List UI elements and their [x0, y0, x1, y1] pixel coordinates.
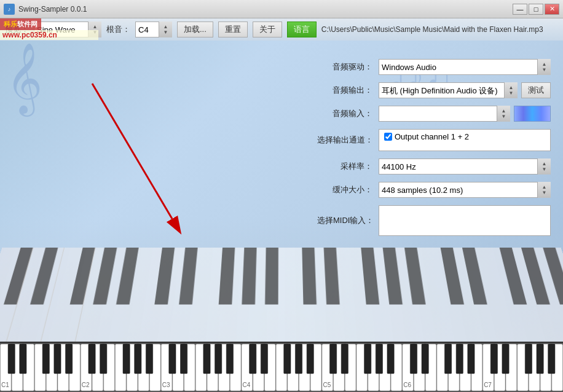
app-title: Swing-Sampler 0.0.1: [18, 5, 87, 14]
svg-rect-106: [456, 344, 463, 374]
svg-rect-89: [180, 344, 187, 374]
settings-panel: 音频驱动： Windows Audio ▲▼ 音频输出： 耳机 (High De…: [317, 59, 551, 243]
svg-rect-90: [203, 344, 210, 374]
svg-rect-84: [100, 344, 107, 374]
audio-input-row: 音频输入： ▲▼: [317, 106, 551, 122]
svg-rect-112: [548, 344, 555, 374]
piano-bottom: C1C2C3C4C5C6C7: [0, 342, 563, 392]
output-channel-box: Output channel 1 + 2: [379, 129, 551, 151]
svg-rect-88: [169, 344, 176, 374]
audio-input-label: 音频输入：: [317, 108, 379, 119]
svg-rect-111: [537, 344, 543, 374]
midi-input-row: 选择MIDI输入：: [317, 205, 551, 236]
svg-rect-101: [376, 344, 382, 374]
audio-input-select[interactable]: [379, 106, 510, 122]
midi-input-label: 选择MIDI输入：: [317, 215, 379, 226]
svg-rect-103: [410, 344, 417, 374]
buffer-size-select[interactable]: 448 samples (10.2 ms): [379, 182, 551, 198]
window-controls: — □ ✕: [513, 4, 559, 15]
preview-label: 预览：: [5, 24, 29, 35]
root-select[interactable]: C4: [135, 22, 172, 37]
svg-rect-80: [42, 344, 49, 374]
svg-rect-78: [8, 344, 15, 374]
svg-rect-97: [307, 344, 313, 374]
svg-rect-107: [468, 344, 474, 374]
svg-rect-79: [20, 344, 26, 374]
svg-rect-11: [302, 248, 317, 305]
close-button[interactable]: ✕: [545, 4, 559, 15]
svg-rect-110: [525, 344, 532, 374]
minimize-button[interactable]: —: [513, 4, 527, 15]
output-channel-checkbox[interactable]: [384, 133, 392, 141]
sample-rate-label: 采样率：: [317, 161, 379, 172]
svg-rect-99: [341, 344, 348, 374]
sample-rate-select[interactable]: 44100 Hz: [379, 159, 551, 174]
svg-rect-98: [330, 344, 337, 374]
title-bar: ♪ Swing-Sampler 0.0.1 — □ ✕: [0, 0, 563, 18]
svg-rect-95: [284, 344, 291, 374]
buffer-size-row: 缓冲大小： 448 samples (10.2 ms) ▲▼: [317, 182, 551, 198]
svg-rect-87: [146, 344, 152, 374]
svg-rect-108: [490, 344, 497, 374]
about-button[interactable]: 关于: [253, 22, 282, 37]
file-path: C:\Users\Public\Music\Sample Music\Maid …: [321, 25, 543, 34]
svg-rect-82: [66, 344, 73, 374]
audio-output-row: 音频输出： 耳机 (High Definition Audio 设备) ▲▼ 测…: [317, 82, 551, 98]
app-icon: ♪: [4, 4, 15, 15]
svg-rect-9: [242, 248, 256, 305]
main-area: 𝄞 ♩♪♫: [0, 41, 563, 392]
svg-rect-109: [502, 344, 509, 374]
svg-rect-86: [135, 344, 141, 374]
svg-rect-85: [123, 344, 130, 374]
maximize-button[interactable]: □: [529, 4, 543, 15]
toolbar: 预览： Sine Wave ▲▼ 根音： C4 ▲▼ 加载... 重置 关于 语…: [0, 18, 563, 41]
language-button[interactable]: 语言: [287, 22, 317, 37]
audio-driver-label: 音频驱动：: [317, 61, 379, 73]
test-button[interactable]: 测试: [521, 82, 551, 98]
audio-output-select[interactable]: 耳机 (High Definition Audio 设备): [379, 82, 518, 98]
svg-rect-93: [250, 344, 256, 374]
output-channel-row: 选择输出通道： Output channel 1 + 2: [317, 129, 551, 151]
svg-rect-104: [422, 344, 428, 374]
audio-driver-row: 音频驱动： Windows Audio ▲▼: [317, 59, 551, 75]
audio-input-colored-button[interactable]: [514, 106, 551, 122]
output-channel-checkbox-row: Output channel 1 + 2: [384, 132, 545, 141]
svg-rect-96: [295, 344, 302, 374]
svg-rect-100: [364, 344, 371, 374]
audio-output-label: 音频输出：: [317, 85, 379, 96]
svg-rect-94: [261, 344, 267, 374]
output-channel-value: Output channel 1 + 2: [395, 132, 469, 141]
svg-rect-105: [444, 344, 451, 374]
svg-rect-92: [226, 344, 233, 374]
svg-rect-81: [54, 344, 61, 374]
svg-rect-91: [215, 344, 222, 374]
svg-rect-102: [387, 344, 394, 374]
midi-input-box: [379, 205, 551, 236]
root-label: 根音：: [106, 24, 130, 35]
load-button[interactable]: 加载...: [177, 22, 213, 37]
output-channel-label: 选择输出通道：: [317, 135, 379, 146]
audio-driver-select[interactable]: Windows Audio: [379, 59, 551, 75]
svg-rect-83: [89, 344, 95, 374]
buffer-size-label: 缓冲大小：: [317, 184, 379, 195]
treble-clef-icon: 𝄞: [6, 47, 42, 108]
reset-button[interactable]: 重置: [218, 22, 248, 37]
sample-rate-row: 采样率： 44100 Hz ▲▼: [317, 159, 551, 174]
svg-rect-10: [265, 248, 278, 305]
preview-select[interactable]: Sine Wave: [34, 22, 101, 37]
